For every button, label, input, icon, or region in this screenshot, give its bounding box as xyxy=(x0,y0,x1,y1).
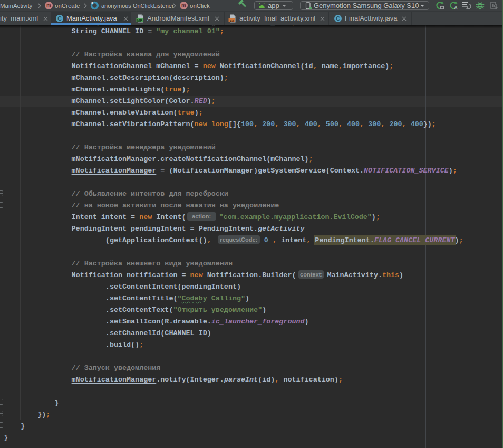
svg-text:C: C xyxy=(336,15,340,22)
svg-text:C: C xyxy=(57,15,62,22)
svg-text:MF: MF xyxy=(137,18,142,22)
svg-text:cx: cx xyxy=(230,18,234,22)
svg-text:A: A xyxy=(454,5,458,10)
